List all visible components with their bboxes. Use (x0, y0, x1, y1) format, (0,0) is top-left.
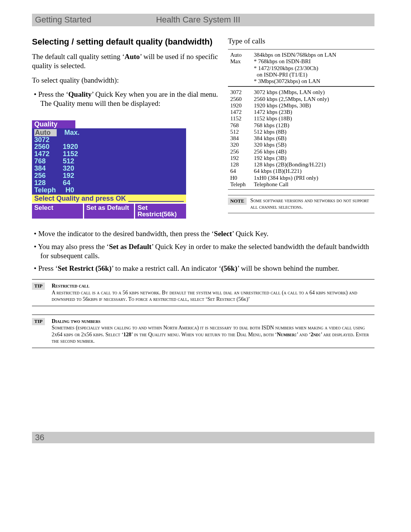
type-val: 1920 kbps (2Mbps, 30B) (254, 102, 374, 109)
type-val: 768 kbps (12B) (254, 122, 374, 129)
kw-128: 128 (123, 332, 131, 337)
text: Press ‘ (38, 264, 57, 272)
quality-option[interactable]: 1920 (63, 143, 84, 150)
kw-number: Number: (277, 332, 296, 337)
type-key: 768 (230, 122, 251, 129)
quickkey-set-restrict[interactable]: Set Restrict(56k) (135, 204, 186, 219)
tip-two-numbers: TIP Dialing two numbers Sometimes (espec… (32, 315, 374, 348)
intro-para-2: To select quality (bandwidth): (32, 76, 220, 85)
quality-option[interactable]: 256 (34, 172, 55, 179)
note-box: NOTE Some software versions and networks… (228, 195, 374, 213)
auto-keyword: Auto (124, 53, 140, 61)
quality-option[interactable]: 64 (63, 179, 84, 187)
text: The default call quality setting ‘ (32, 53, 124, 61)
type-val: 2560 kbps (2,5Mbps, LAN only) (254, 96, 374, 102)
note-text: Some software versions and networks do n… (250, 198, 374, 211)
type-val: 3072 kbps (3Mbps, LAN only) (254, 89, 374, 96)
quality-option[interactable]: 1472 (34, 150, 55, 158)
type-key: 1152 (230, 115, 251, 122)
quality-option[interactable]: 1152 (63, 150, 84, 158)
quality-option[interactable]: 320 (63, 165, 84, 172)
page-header: Getting Started Health Care System III (32, 14, 374, 26)
type-val: 64 kbps (1B)(H.221) (254, 168, 374, 174)
quickkey-select[interactable]: Select (32, 204, 83, 219)
type-key: 256 (230, 149, 251, 155)
type-key: 320 (230, 142, 251, 148)
bullet-select: Move the indicator to the desired bandwi… (32, 229, 374, 238)
quality-option[interactable]: 2560 (34, 143, 55, 150)
type-key: 1920 (230, 102, 251, 109)
type-val: 320 kbps (5B) (254, 142, 374, 148)
text: * 768kbps on ISDN-BRI (254, 58, 311, 64)
input-underline (128, 195, 184, 202)
type-key: 1472 (230, 109, 251, 115)
type-key: H0 (230, 175, 251, 181)
type-val: 256 kbps (4B) (254, 149, 374, 155)
text: You may also press the ‘ (38, 243, 109, 251)
type-val: 1xH0 (384 kbps) (PRI only) (254, 175, 374, 181)
type-val: 1472 kbps (23B) (254, 109, 374, 115)
text: Press the ‘ (38, 90, 68, 98)
quality-keyword: Quality (68, 90, 92, 98)
text: ’ Quick Key. (232, 230, 269, 238)
quality-option-max[interactable]: Max. (64, 129, 85, 136)
quality-menu: Quality Auto Max. 3072 2560 1920 (32, 120, 186, 219)
bullet-set-restrict: Press ‘Set Restrict (56k)’ to make a res… (32, 264, 374, 273)
text: * 3Mbps(3072kbps) on LAN (254, 78, 320, 84)
text: * 1472/1920kbps (23/30Ch) (254, 65, 318, 71)
tip-restricted-call: TIP Restricted call A restricted call is… (32, 279, 374, 306)
tip-body: Sometimes (especially when calling to an… (52, 324, 374, 345)
quality-option[interactable]: 384 (34, 165, 55, 172)
type-key: Auto (230, 52, 251, 58)
quality-option[interactable]: 192 (63, 172, 84, 179)
type-val: 384 kbps (6B) (254, 135, 374, 142)
text: ’ will be shown behind the number. (237, 264, 339, 272)
quality-option[interactable] (63, 136, 84, 144)
kw-2nd: 2nd: (311, 332, 320, 337)
indicator-56k: (56k) (221, 264, 237, 272)
type-val: 192 kbps (3B) (254, 155, 374, 161)
header-right: Health Care System III (156, 15, 240, 25)
tip-body: A restricted call is a call to a 56 kbps… (52, 289, 374, 303)
quality-option[interactable]: 128 (34, 179, 55, 187)
select-keyword: Select (214, 230, 232, 238)
type-key: 512 (230, 129, 251, 135)
quality-option-auto[interactable]: Auto (34, 129, 57, 136)
text: ’ to make a restrict call. An indicator … (112, 264, 221, 272)
quality-option[interactable]: 512 (63, 158, 84, 165)
type-val: * 768kbps on ISDN-BRI * 1472/1920kbps (2… (254, 58, 374, 85)
type-key: 2560 (230, 96, 251, 102)
type-val: Telephone Call (254, 181, 374, 188)
type-val: 384kbps on ISDN/768kbps on LAN (254, 52, 374, 58)
quality-option[interactable]: 768 (34, 158, 55, 165)
header-left: Getting Started (35, 15, 91, 25)
hint-text: Select Quality and press OK (34, 195, 126, 202)
type-key: Teleph (230, 181, 251, 188)
bullet-set-default: You may also press the ‘Set as Default’ … (32, 242, 374, 260)
type-key: 3072 (230, 89, 251, 96)
type-val: 1152 kbps (18B) (254, 115, 374, 122)
type-key: 192 (230, 155, 251, 161)
intro-para-1: The default call quality setting ‘Auto’ … (32, 52, 220, 70)
quality-option[interactable]: Teleph (34, 187, 58, 194)
type-key: 128 (230, 161, 251, 168)
type-val: 128 kbps (2B)(Bonding/H.221) (254, 161, 374, 168)
quickkey-set-default[interactable]: Set as Default (84, 204, 134, 219)
type-val: 512 kbps (8B) (254, 129, 374, 135)
text: on ISDN-PRI (T1/E1) (254, 72, 307, 78)
type-table-top: Auto 384kbps on ISDN/768kbps on LAN Max … (228, 49, 374, 86)
text: ’ and ‘ (296, 332, 311, 337)
page-number: 36 (32, 432, 374, 443)
section-title: Selecting / setting default quality (ban… (32, 37, 220, 47)
type-key: Max (230, 58, 251, 85)
type-of-calls-heading: Type of calls (228, 37, 374, 45)
text: ’ in the Quality menu. When you return t… (131, 332, 277, 337)
bullet-press-quality: Press the ‘Quality’ Quick Key when you a… (32, 90, 220, 108)
tip-title: Restricted call (52, 283, 374, 289)
quality-option[interactable]: H0 (65, 187, 86, 194)
note-badge: NOTE (228, 198, 247, 205)
tip-badge: TIP (32, 283, 45, 290)
text: Move the indicator to the desired bandwi… (38, 230, 214, 238)
tip-title: Dialing two numbers (52, 318, 374, 325)
quality-option[interactable]: 3072 (34, 136, 55, 144)
